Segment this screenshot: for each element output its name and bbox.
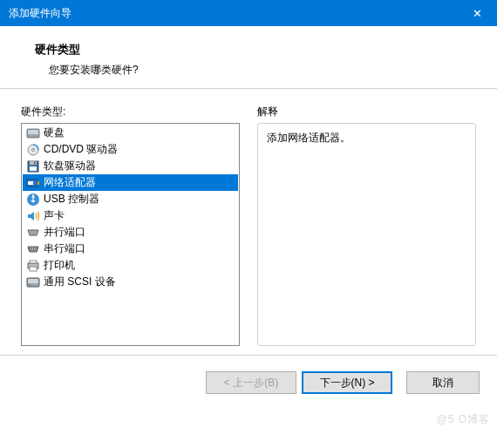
svg-point-2 xyxy=(36,135,37,137)
svg-rect-26 xyxy=(28,279,38,283)
close-button[interactable]: ✕ xyxy=(458,0,497,26)
list-item[interactable]: 0101串行端口 xyxy=(23,241,238,257)
svg-point-4 xyxy=(32,148,35,151)
list-item-label: 软盘驱动器 xyxy=(44,159,96,173)
next-button[interactable]: 下一步(N) > xyxy=(302,371,392,394)
content-area: 硬件类型: 硬盘CD/DVD 驱动器软盘驱动器网络适配器USB 控制器声卡并行端… xyxy=(0,89,497,355)
list-item-label: 并行端口 xyxy=(44,225,85,240)
list-item[interactable]: 并行端口 xyxy=(23,224,238,241)
list-item[interactable]: 网络适配器 xyxy=(23,174,238,191)
list-item[interactable]: 打印机 xyxy=(23,257,238,274)
svg-rect-8 xyxy=(30,166,37,171)
list-item-label: 通用 SCSI 设备 xyxy=(44,275,116,289)
network-adapter-icon xyxy=(25,175,41,190)
close-icon: ✕ xyxy=(473,7,482,20)
svg-rect-11 xyxy=(37,181,39,185)
list-item[interactable]: 软盘驱动器 xyxy=(23,158,238,174)
parallel-port-icon xyxy=(25,225,41,240)
list-item[interactable]: USB 控制器 xyxy=(23,191,238,207)
explanation-panel: 解释 添加网络适配器。 xyxy=(257,105,476,346)
svg-point-13 xyxy=(32,194,34,196)
footer-buttons: < 上一步(B) 下一步(N) > 取消 xyxy=(0,356,497,410)
list-item[interactable]: 通用 SCSI 设备 xyxy=(23,274,238,290)
svg-rect-24 xyxy=(30,267,37,271)
scsi-device-icon xyxy=(25,275,41,289)
svg-text:0101: 0101 xyxy=(28,247,37,252)
floppy-drive-icon xyxy=(25,159,41,173)
svg-point-16 xyxy=(34,231,35,232)
printer-icon xyxy=(25,258,41,273)
svg-point-14 xyxy=(31,231,31,232)
header-title: 硬件类型 xyxy=(35,42,471,58)
hardware-type-panel: 硬件类型: 硬盘CD/DVD 驱动器软盘驱动器网络适配器USB 控制器声卡并行端… xyxy=(21,105,240,346)
cd-drive-icon xyxy=(25,142,41,157)
svg-rect-6 xyxy=(30,161,37,165)
usb-controller-icon xyxy=(25,192,41,207)
hardware-type-label: 硬件类型: xyxy=(21,105,240,119)
list-item-label: 打印机 xyxy=(44,258,75,273)
explanation-text: 添加网络适配器。 xyxy=(267,132,351,144)
svg-point-19 xyxy=(33,233,34,234)
explanation-label: 解释 xyxy=(257,105,476,119)
svg-point-17 xyxy=(36,231,37,232)
svg-rect-10 xyxy=(28,181,33,185)
svg-point-20 xyxy=(35,233,36,234)
svg-point-28 xyxy=(36,284,37,285)
list-item-label: 网络适配器 xyxy=(44,175,96,190)
list-item-label: 串行端口 xyxy=(44,241,85,256)
hardware-type-list[interactable]: 硬盘CD/DVD 驱动器软盘驱动器网络适配器USB 控制器声卡并行端口0101串… xyxy=(21,123,240,346)
titlebar: 添加硬件向导 ✕ xyxy=(0,0,497,26)
list-item-label: 硬盘 xyxy=(44,126,65,140)
explanation-box: 添加网络适配器。 xyxy=(257,123,476,346)
list-item-label: CD/DVD 驱动器 xyxy=(44,142,118,157)
svg-rect-7 xyxy=(34,161,36,164)
svg-point-15 xyxy=(32,231,33,232)
titlebar-text: 添加硬件向导 xyxy=(9,6,458,21)
svg-point-18 xyxy=(31,233,32,234)
list-item[interactable]: 硬盘 xyxy=(23,125,238,141)
back-button[interactable]: < 上一步(B) xyxy=(206,371,296,394)
svg-point-27 xyxy=(29,284,30,285)
hard-disk-icon xyxy=(25,126,41,140)
header-subtitle: 您要安装哪类硬件? xyxy=(49,63,471,78)
cancel-button[interactable]: 取消 xyxy=(406,371,480,394)
sound-card-icon xyxy=(25,208,41,223)
watermark: @5 O博客 xyxy=(436,412,490,427)
list-item[interactable]: 声卡 xyxy=(23,207,238,224)
svg-rect-1 xyxy=(28,130,38,134)
list-item-label: USB 控制器 xyxy=(44,192,99,207)
list-item[interactable]: CD/DVD 驱动器 xyxy=(23,141,238,158)
wizard-header: 硬件类型 您要安装哪类硬件? xyxy=(0,26,497,89)
serial-port-icon: 0101 xyxy=(25,241,41,256)
list-item-label: 声卡 xyxy=(44,208,65,223)
